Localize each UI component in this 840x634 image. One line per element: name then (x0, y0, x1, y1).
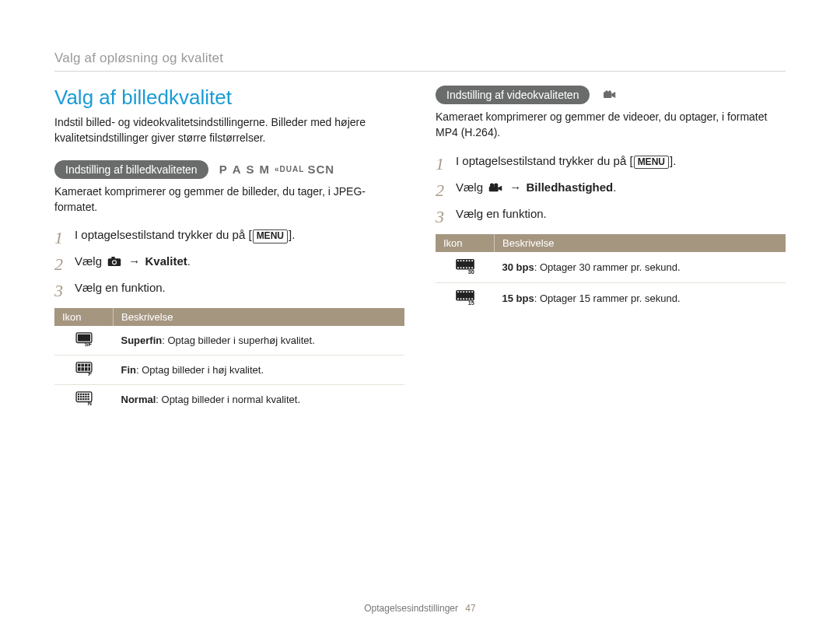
svg-rect-23 (78, 396, 79, 398)
svg-rect-18 (78, 394, 79, 395)
fps-30-icon: 30 (455, 258, 475, 274)
row-name: Fin (121, 364, 137, 376)
video-steps: I optagelsestilstand trykker du på [MENU… (436, 152, 786, 223)
page-number: 47 (465, 603, 475, 614)
video-camera-icon (488, 182, 502, 193)
svg-rect-51 (463, 267, 464, 268)
svg-rect-63 (457, 298, 459, 299)
svg-point-3 (113, 261, 116, 264)
svg-rect-44 (460, 260, 461, 261)
svg-rect-52 (466, 267, 467, 268)
svg-rect-20 (82, 394, 84, 395)
step-text: Vælg en funktion. (456, 205, 547, 223)
pill-video-quality: Indstilling af videokvaliteten (436, 86, 590, 104)
svg-rect-62 (471, 291, 473, 292)
svg-rect-14 (85, 367, 88, 371)
svg-rect-65 (463, 298, 464, 299)
svg-rect-27 (87, 396, 89, 398)
svg-rect-60 (466, 291, 467, 292)
step-3: Vælg en funktion. (54, 278, 404, 297)
photo-quality-table: Ikon Beskrivelse SF Superfin: Optag bill… (54, 308, 404, 414)
quality-normal-icon: N (75, 391, 93, 405)
mode-m: M (260, 163, 272, 176)
mode-scn: SCN (307, 163, 334, 176)
manual-page: Valg af opløsning og kvalitet Valg af bi… (0, 0, 840, 634)
svg-rect-26 (85, 396, 86, 398)
svg-rect-66 (466, 298, 467, 299)
svg-text:15: 15 (467, 299, 474, 305)
col-icon: Ikon (54, 308, 114, 326)
table-row: F Fin: Optag billeder i høj kvalitet. (54, 356, 404, 385)
svg-point-36 (606, 90, 609, 93)
step-text: I optagelsestilstand trykker du på [ (456, 154, 633, 167)
photo-steps: I optagelsestilstand trykker du på [MENU… (54, 226, 404, 297)
svg-marker-35 (612, 92, 616, 98)
svg-rect-13 (81, 367, 84, 371)
svg-rect-25 (82, 396, 84, 398)
row-desc: : Optager 30 rammer pr. sekund. (534, 261, 681, 273)
svg-rect-30 (82, 398, 84, 400)
svg-rect-19 (80, 394, 82, 395)
svg-rect-43 (457, 260, 459, 261)
movie-mode-icon (603, 89, 617, 100)
row-desc: : Optag billeder i høj kvalitet. (136, 364, 264, 376)
step-1: I optagelsestilstand trykker du på [MENU… (54, 226, 404, 244)
svg-rect-58 (460, 291, 461, 292)
step-1: I optagelsestilstand trykker du på [MENU… (436, 152, 786, 170)
right-column: Indstilling af videokvaliteten Kameraet … (436, 86, 786, 414)
menu-button-label: MENU (634, 156, 669, 169)
arrow-icon: → (128, 254, 140, 268)
svg-rect-64 (460, 298, 461, 299)
camera-icon (107, 256, 121, 267)
breadcrumb: Valg af opløsning og kvalitet (54, 51, 786, 66)
svg-text:SF: SF (84, 341, 92, 346)
page-footer: Optagelsesindstillinger 47 (0, 603, 840, 614)
table-row: N Normal: Optag billeder i normal kvalit… (54, 385, 404, 415)
table-row: 30 30 bps: Optager 30 rammer pr. sekund. (436, 252, 786, 283)
svg-rect-24 (80, 396, 82, 398)
svg-rect-57 (457, 291, 459, 292)
row-name: Normal (121, 394, 156, 405)
svg-rect-22 (87, 394, 89, 395)
svg-rect-28 (78, 398, 79, 400)
svg-rect-40 (489, 186, 499, 191)
photo-body: Kameraet komprimerer og gemmer de billed… (54, 184, 404, 215)
mode-s: S (247, 163, 257, 176)
step-text: ]. (289, 228, 295, 241)
row-desc: : Optag billeder i superhøj kvalitet. (162, 335, 315, 346)
col-desc: Beskrivelse (495, 234, 786, 252)
quality-superfine-icon: SF (75, 332, 93, 346)
step-target: Billedhastighed (527, 180, 614, 194)
step-2: Vælg → Billedhastighed. (436, 178, 786, 197)
svg-text:30: 30 (467, 268, 474, 274)
section-title: Valg af billedkvalitet (54, 86, 404, 110)
svg-rect-10 (85, 364, 88, 367)
menu-button-label: MENU (253, 229, 288, 243)
subsection-header-photo: Indstilling af billedkvaliteten P A S M … (54, 160, 404, 179)
row-desc: : Optager 15 rammer pr. sekund. (534, 292, 681, 304)
pill-photo-quality: Indstilling af billedkvaliteten (54, 160, 208, 179)
divider (54, 71, 786, 72)
step-text: Vælg en funktion. (75, 278, 166, 297)
two-column-layout: Valg af billedkvalitet Indstil billed- o… (54, 86, 786, 414)
row-name: Superfin (121, 335, 163, 346)
video-body: Kameraet komprimerer og gemmer de videoe… (436, 109, 786, 141)
svg-point-37 (609, 90, 612, 93)
left-column: Valg af billedkvalitet Indstil billed- o… (54, 86, 404, 414)
subsection-header-video: Indstilling af videokvaliteten (436, 86, 786, 104)
svg-rect-49 (457, 267, 459, 268)
svg-rect-9 (81, 364, 84, 367)
svg-rect-47 (468, 260, 470, 261)
footer-section: Optagelsesindstillinger (364, 603, 458, 614)
step-text: I optagelsestilstand trykker du på [ (75, 228, 252, 241)
svg-marker-41 (499, 185, 502, 191)
svg-rect-1 (111, 257, 115, 259)
mode-band: P A S M «DUAL SCN (219, 163, 334, 176)
section-intro: Indstil billed- og videokvalitetsindstil… (54, 114, 404, 146)
svg-rect-46 (466, 260, 467, 261)
step-text: . (613, 180, 616, 194)
step-text: Vælg (75, 254, 105, 268)
svg-rect-31 (85, 398, 86, 400)
svg-rect-21 (85, 394, 86, 395)
mode-p: P (219, 163, 229, 176)
